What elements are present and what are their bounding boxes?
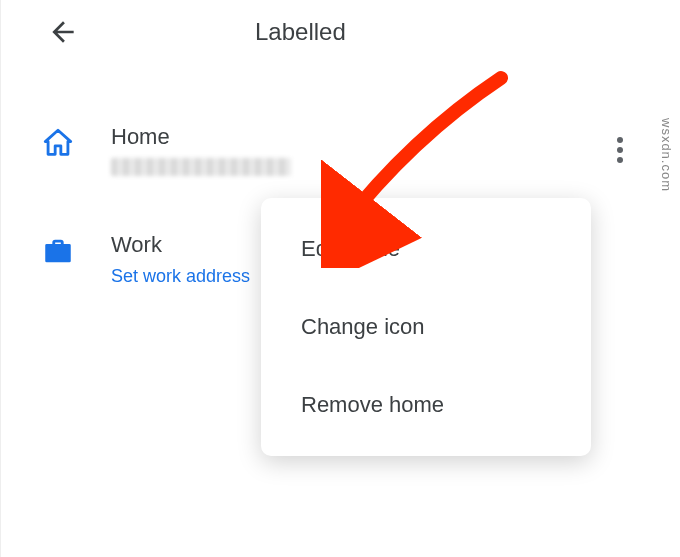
more-button[interactable]: [608, 134, 632, 166]
briefcase-icon: [41, 234, 75, 268]
dot-icon: [617, 157, 623, 163]
header: Labelled: [1, 0, 680, 64]
labelled-item-home[interactable]: Home: [1, 100, 680, 186]
menu-item-remove-home[interactable]: Remove home: [261, 366, 591, 444]
context-menu: Edit home Change icon Remove home: [261, 198, 591, 456]
menu-item-edit-home[interactable]: Edit home: [261, 210, 591, 288]
menu-item-change-icon[interactable]: Change icon: [261, 288, 591, 366]
dot-icon: [617, 137, 623, 143]
dot-icon: [617, 147, 623, 153]
page-title: Labelled: [255, 18, 346, 46]
set-work-address-link[interactable]: Set work address: [111, 266, 250, 287]
home-icon: [41, 126, 75, 160]
item-label: Work: [111, 232, 250, 258]
item-address-redacted: [111, 158, 291, 176]
arrow-left-icon: [47, 16, 79, 48]
watermark: wsxdn.com: [659, 118, 674, 192]
back-button[interactable]: [41, 10, 85, 54]
item-label: Home: [111, 124, 291, 150]
